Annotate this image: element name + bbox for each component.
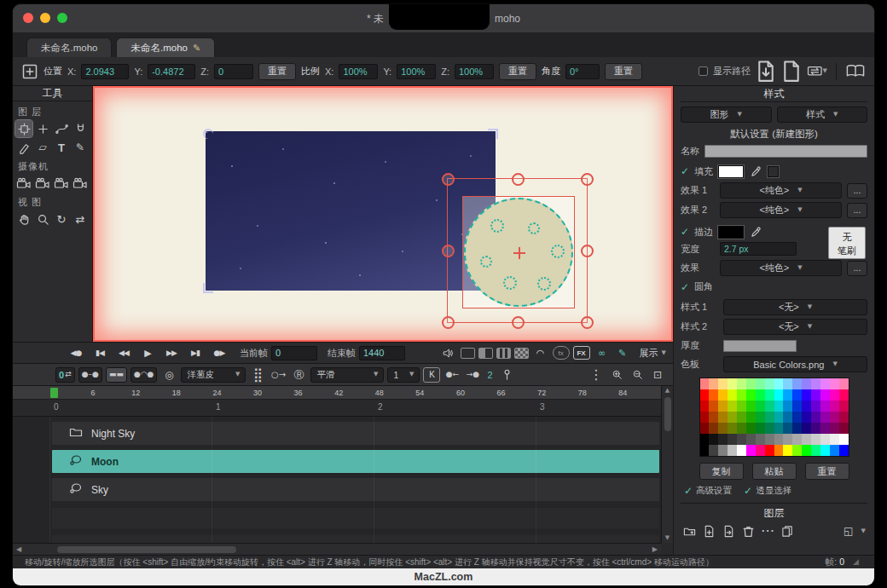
transform-handle-ne[interactable] xyxy=(581,173,594,186)
palette-color[interactable] xyxy=(756,412,765,423)
transform-handle-e[interactable] xyxy=(581,245,594,257)
timeline-zoom-out-button[interactable] xyxy=(629,367,646,383)
palette-color[interactable] xyxy=(839,423,849,434)
relative-keys-button[interactable] xyxy=(290,367,307,383)
palette-color[interactable] xyxy=(820,412,830,423)
palette-color[interactable] xyxy=(709,434,718,445)
add-keyframe-button[interactable]: K xyxy=(423,367,440,383)
layer-row-night-sky[interactable]: Night Sky xyxy=(52,422,659,445)
reset-scale-button[interactable]: 重置 xyxy=(499,63,536,80)
tool-pan-view-hand[interactable] xyxy=(15,210,32,228)
display-dropdown[interactable]: 展示 xyxy=(640,347,666,360)
stroke-checkbox[interactable] xyxy=(681,227,689,237)
advanced-settings-checkbox[interactable] xyxy=(684,486,693,496)
palette-color[interactable] xyxy=(802,378,811,389)
transform-handle-nw[interactable] xyxy=(442,173,455,186)
step-back-button[interactable] xyxy=(113,345,134,360)
shape-select-dropdown[interactable]: 图形 xyxy=(681,107,772,123)
fx-preview-toggle[interactable]: fx xyxy=(553,346,570,360)
frame-zero-button[interactable]: 0 xyxy=(55,367,75,383)
transform-selection-box[interactable] xyxy=(447,178,588,323)
palette-color[interactable] xyxy=(774,389,784,401)
tool-zoom-view[interactable] xyxy=(34,210,51,228)
palette-color[interactable] xyxy=(792,378,802,389)
tool-shear-layer[interactable] xyxy=(34,139,51,156)
tool-text[interactable]: T xyxy=(53,139,70,156)
tool-pen[interactable] xyxy=(72,139,89,156)
palette-color[interactable] xyxy=(737,434,746,445)
jump-start-button[interactable] xyxy=(90,345,110,360)
palette-color[interactable] xyxy=(728,445,737,456)
palette-color[interactable] xyxy=(746,389,756,401)
duplicate-layer-button[interactable] xyxy=(722,524,735,538)
channel-dropdown[interactable]: 1 xyxy=(387,367,420,383)
timeline-fit-button[interactable] xyxy=(649,367,666,383)
palette-color[interactable] xyxy=(718,434,728,445)
next-key-nav-button[interactable] xyxy=(464,367,481,383)
palette-color[interactable] xyxy=(765,434,774,445)
palette-color[interactable] xyxy=(783,434,792,445)
palette-color[interactable] xyxy=(811,445,820,456)
palette-color[interactable] xyxy=(746,412,756,423)
play-button[interactable] xyxy=(137,345,158,360)
palette-color[interactable] xyxy=(830,445,839,456)
palette-color[interactable] xyxy=(802,423,811,434)
vertical-scroll-thumb[interactable] xyxy=(664,397,671,431)
scroll-down-arrow[interactable] xyxy=(665,535,670,541)
palette-color[interactable] xyxy=(746,401,756,412)
palette-color[interactable] xyxy=(820,401,830,412)
more-layer-options-button[interactable] xyxy=(761,524,774,538)
fill-checkbox[interactable] xyxy=(681,166,689,176)
scroll-right-arrow[interactable] xyxy=(652,546,658,553)
timeline-horizontal-scrollbar[interactable] xyxy=(13,543,661,555)
palette-color[interactable] xyxy=(792,401,802,412)
edit-mode-pencil-icon[interactable] xyxy=(614,349,631,358)
scroll-up-arrow[interactable] xyxy=(665,388,670,394)
keyframe-interval-button[interactable] xyxy=(78,367,102,383)
next-keyframe-button[interactable] xyxy=(209,345,229,360)
palette-color[interactable] xyxy=(718,423,728,434)
tool-magnet[interactable] xyxy=(72,120,89,137)
effect1-more-button[interactable]: ... xyxy=(847,183,867,199)
palette-color[interactable] xyxy=(756,445,765,456)
display-quality-medium-button[interactable] xyxy=(496,348,511,359)
onion-skin-dropdown[interactable]: 洋葱皮 xyxy=(181,367,246,383)
palette-color[interactable] xyxy=(700,445,710,456)
palette-color[interactable] xyxy=(802,401,811,412)
palette-color[interactable] xyxy=(783,423,792,434)
prev-keyframe-button[interactable] xyxy=(66,345,86,360)
palette-color[interactable] xyxy=(811,434,820,445)
dot-grid-button[interactable] xyxy=(249,367,266,383)
palette-color[interactable] xyxy=(709,412,718,423)
palette-color[interactable] xyxy=(700,434,710,445)
palette-color[interactable] xyxy=(820,434,830,445)
paste-frame-icon[interactable] xyxy=(781,63,802,80)
palette-color[interactable] xyxy=(783,389,792,401)
palette-color[interactable] xyxy=(839,378,849,389)
timeline-vertical-scrollbar[interactable] xyxy=(661,386,673,543)
swap-transform-dropdown[interactable] xyxy=(807,63,827,80)
palette-color[interactable] xyxy=(765,401,774,412)
palette-color[interactable] xyxy=(737,412,746,423)
tool-reset-view[interactable] xyxy=(72,210,89,228)
loop-toggle-icon[interactable] xyxy=(594,349,611,358)
position-z-input[interactable] xyxy=(214,64,253,79)
palette-color[interactable] xyxy=(802,389,811,401)
new-layer-button[interactable] xyxy=(702,524,716,538)
current-frame-input[interactable] xyxy=(271,346,317,360)
keyframe-curve-button[interactable] xyxy=(130,367,158,383)
palette-color[interactable] xyxy=(839,445,849,456)
palette-color[interactable] xyxy=(811,389,820,401)
transform-handle-s[interactable] xyxy=(512,316,525,329)
tool-follow-path[interactable] xyxy=(53,120,70,137)
palette-color[interactable] xyxy=(820,423,830,434)
palette-color[interactable] xyxy=(709,378,718,389)
palette-color[interactable] xyxy=(792,412,802,423)
tool-zoom-camera[interactable] xyxy=(34,175,51,192)
palette-color[interactable] xyxy=(774,378,784,389)
tool-roll-camera[interactable] xyxy=(53,175,70,192)
horizontal-scroll-thumb[interactable] xyxy=(57,546,236,553)
style1-dropdown[interactable]: <无> xyxy=(723,299,867,315)
palette-color[interactable] xyxy=(830,378,839,389)
pin-playhead-button[interactable] xyxy=(499,367,516,383)
